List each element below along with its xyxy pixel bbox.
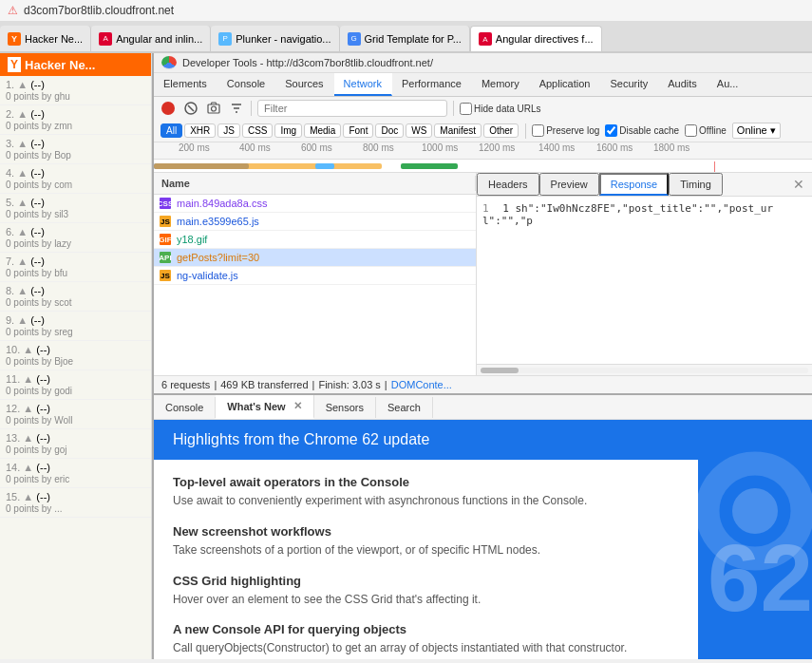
filter-type-img[interactable]: Img <box>274 123 302 138</box>
bottom-drawer: Console What's New ✕ Sensors Search High… <box>154 393 812 659</box>
timeline-label-600: 600 ms <box>301 142 332 153</box>
hide-data-urls-checkbox[interactable]: Hide data URLs <box>460 103 541 115</box>
details-tab-timing[interactable]: Timing <box>669 173 723 196</box>
details-tab-response[interactable]: Response <box>599 173 670 196</box>
devtools-title-bar: Developer Tools - http://d3com7bor8tlib.… <box>154 53 812 73</box>
hn-list-item[interactable]: 13. ▲ (--)0 points by goj <box>0 429 151 459</box>
network-row[interactable]: GIF y18.gif <box>154 231 476 249</box>
tab-favicon-angular1: A <box>99 32 112 46</box>
drawer-tab-console[interactable]: Console <box>154 397 216 418</box>
filter-type-xhr[interactable]: XHR <box>184 123 216 138</box>
hn-list-item[interactable]: 7. ▲ (--)0 points by bfu <box>0 253 151 282</box>
details-tab-headers[interactable]: Headers <box>477 173 539 196</box>
timeline-bar-js <box>154 163 382 169</box>
hn-list-item[interactable]: 10. ▲ (--)0 points by Bjoe <box>0 341 151 370</box>
timeline-ruler: 200 ms 400 ms 600 ms 800 ms 1000 ms 1200… <box>154 142 812 160</box>
tab-hn[interactable]: Y Hacker Ne... <box>0 26 91 52</box>
filter-icon <box>230 102 243 115</box>
devtools-tab-au...[interactable]: Au... <box>708 73 749 96</box>
online-dropdown[interactable]: Online ▾ <box>732 123 781 139</box>
timeline-marker <box>714 161 715 173</box>
response-content: 1 sh":"Iw0hNcz8FE","post_title":"","post… <box>482 202 773 227</box>
devtools-tab-elements[interactable]: Elements <box>154 73 217 96</box>
drawer-tab-whats-new-close[interactable]: ✕ <box>293 400 302 412</box>
feature-item: A new Console API for querying objects C… <box>173 622 679 656</box>
offline-checkbox[interactable]: Offline <box>685 124 727 137</box>
devtools-tab-application[interactable]: Application <box>530 73 601 96</box>
hn-list-item[interactable]: 1. ▲ (--)0 points by ghu <box>0 76 151 105</box>
hscroll-thumb[interactable] <box>481 368 519 373</box>
devtools-tab-audits[interactable]: Audits <box>658 73 708 96</box>
network-row[interactable]: JS main.e3599e65.js <box>154 213 476 231</box>
filter-type-ws[interactable]: WS <box>406 123 432 138</box>
filter-type-media[interactable]: Media <box>304 123 341 138</box>
record-button[interactable] <box>160 100 177 117</box>
tab-plunker[interactable]: P Plunker - navigatio... <box>211 26 339 52</box>
hn-list-item[interactable]: 8. ▲ (--)0 points by scot <box>0 282 151 312</box>
request-count: 6 requests <box>161 379 210 390</box>
security-icon: ⚠ <box>8 4 18 17</box>
feature-title: CSS Grid highlighting <box>173 574 679 588</box>
timeline-label-800: 800 ms <box>363 142 394 153</box>
clear-button[interactable] <box>182 100 199 117</box>
file-icon: JS <box>158 216 173 227</box>
tab-grid[interactable]: G Grid Template for P... <box>340 26 470 52</box>
devtools-tab-performance[interactable]: Performance <box>392 73 472 96</box>
transfer-size: 469 KB transferred <box>220 379 308 390</box>
browser-chrome: ⚠ d3com7bor8tlib.cloudfront.net Y Hacker… <box>0 0 812 53</box>
network-row[interactable]: JS ng-validate.js <box>154 267 476 285</box>
hn-list-item[interactable]: 5. ▲ (--)0 points by sil3 <box>0 194 151 223</box>
filter-type-js[interactable]: JS <box>217 123 240 138</box>
devtools-tab-sources[interactable]: Sources <box>275 73 333 96</box>
hn-list-item[interactable]: 4. ▲ (--)0 points by com <box>0 164 151 194</box>
drawer-tab-sensors[interactable]: Sensors <box>314 397 376 418</box>
url-text: d3com7bor8tlib.cloudfront.net <box>24 4 174 17</box>
preserve-log-checkbox[interactable]: Preserve log <box>532 124 599 137</box>
hn-sidebar: Y Hacker Ne... 1. ▲ (--)0 points by ghu2… <box>0 53 152 659</box>
devtools-tab-security[interactable]: Security <box>600 73 658 96</box>
details-tab-preview[interactable]: Preview <box>539 173 599 196</box>
devtools-tab-console[interactable]: Console <box>217 73 275 96</box>
whats-new-header-text: Highlights from the Chrome 62 update <box>173 431 429 447</box>
network-row[interactable]: API getPosts?limit=30 <box>154 249 476 267</box>
filter-toggle-button[interactable] <box>228 100 245 117</box>
toolbar-divider-3 <box>525 123 526 139</box>
network-row[interactable]: CSS main.849ada8a.css <box>154 195 476 213</box>
filter-input[interactable] <box>257 100 447 117</box>
hn-list-item[interactable]: 15. ▲ (--)0 points by ... <box>0 488 151 518</box>
details-hscrollbar[interactable] <box>477 364 812 375</box>
hn-list-item[interactable]: 12. ▲ (--)0 points by Woll <box>0 400 151 429</box>
details-content: 1 1 sh":"Iw0hNcz8FE","post_title":"","po… <box>477 197 812 364</box>
devtools-tab-network[interactable]: Network <box>334 73 392 96</box>
network-rows[interactable]: CSS main.849ada8a.css JS main.e3599e65.j… <box>154 195 476 375</box>
devtools-tab-memory[interactable]: Memory <box>472 73 530 96</box>
chrome-62-graphic: 62 <box>698 435 812 644</box>
hn-list-item[interactable]: 14. ▲ (--)0 points by eric <box>0 459 151 488</box>
tab-favicon-grid: G <box>348 32 361 46</box>
network-list-header: Name <box>154 173 476 195</box>
hn-list-item[interactable]: 3. ▲ (--)0 points by Bop <box>0 135 151 164</box>
hn-list-item[interactable]: 9. ▲ (--)0 points by sreg <box>0 312 151 341</box>
drawer-tab-whats-new[interactable]: What's New ✕ <box>216 395 313 419</box>
main-container: Y Hacker Ne... 1. ▲ (--)0 points by ghu2… <box>0 53 812 659</box>
filter-type-all[interactable]: All <box>161 123 182 138</box>
disable-cache-checkbox[interactable]: Disable cache <box>605 124 679 137</box>
dom-content-link[interactable]: DOMConte... <box>391 379 452 390</box>
filter-type-other[interactable]: Other <box>483 123 519 138</box>
filter-type-font[interactable]: Font <box>343 123 373 138</box>
tab-angular2[interactable]: A Angular directives f... <box>470 26 602 52</box>
camera-button[interactable] <box>205 100 222 117</box>
hn-header: Y Hacker Ne... <box>0 53 151 76</box>
hn-list-item[interactable]: 11. ▲ (--)0 points by godi <box>0 370 151 400</box>
tab-angular1[interactable]: A Angular and inlin... <box>91 26 211 52</box>
filter-type-doc[interactable]: Doc <box>375 123 404 138</box>
hn-list-item[interactable]: 6. ▲ (--)0 points by lazy <box>0 223 151 253</box>
file-icon: JS <box>158 270 173 281</box>
filter-type-css[interactable]: CSS <box>242 123 274 138</box>
drawer-tab-search[interactable]: Search <box>376 397 433 418</box>
tab-bar: Y Hacker Ne... A Angular and inlin... P … <box>0 22 812 52</box>
hn-list-item[interactable]: 2. ▲ (--)0 points by zmn <box>0 105 151 135</box>
timeline-label-200: 200 ms <box>179 142 210 153</box>
feature-title: A new Console API for querying objects <box>173 622 679 636</box>
filter-type-manifest[interactable]: Manifest <box>434 123 482 138</box>
